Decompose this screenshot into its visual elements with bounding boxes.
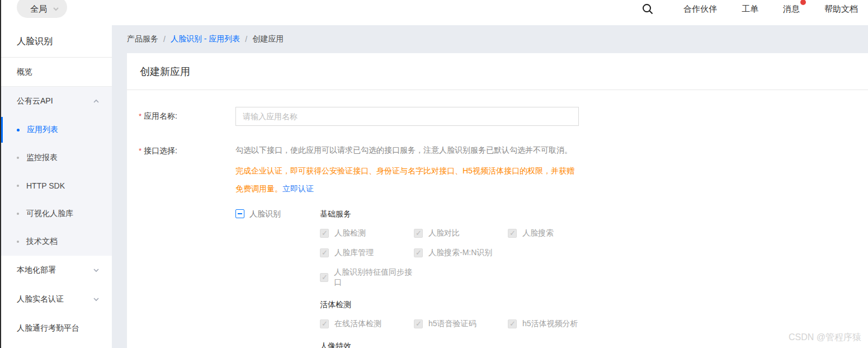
breadcrumb-item-0: 产品服务: [127, 34, 158, 44]
api-group-1: 活体检测在线活体检测h5语音验证码h5活体视频分析: [320, 300, 602, 329]
topbar-nav: 合作伙伴工单消息帮助文档: [641, 1, 858, 17]
api-select-content: 勾选以下接口，使此应用可以请求已勾选的接口服务，注意人脸识别服务已默认勾选并不可…: [235, 146, 602, 348]
face-recognition-checkbox[interactable]: [235, 209, 244, 218]
checked-disabled-checkbox[interactable]: [508, 229, 517, 238]
breadcrumb-separator: /: [163, 35, 166, 44]
checked-disabled-checkbox[interactable]: [320, 319, 329, 328]
api-checkbox-label: 人脸库管理: [334, 248, 374, 258]
api-checkbox-item-0-0-1: 人脸对比: [414, 228, 508, 238]
api-checkbox-label: 人脸检测: [334, 228, 366, 238]
api-checkbox-item-1-0-0: 在线活体检测: [320, 319, 414, 329]
api-checkbox-label: 在线活体检测: [334, 319, 381, 329]
certification-notice: 完成企业认证，即可获得公安验证接口、身份证与名字比对接口、H5视频活体接口的权限…: [235, 162, 602, 197]
chevron-down-icon: [93, 296, 100, 303]
bullet-icon: [17, 129, 20, 131]
parent-checkbox-row: 人脸识别: [235, 209, 320, 348]
window-left-edge: [0, 0, 1, 348]
checked-disabled-checkbox[interactable]: [414, 248, 423, 257]
sidebar-item-label: 人脸实名认证: [17, 294, 64, 304]
checkbox-row: 在线活体检测h5语音验证码h5活体视频分析: [320, 319, 602, 329]
app-name-row: *应用名称:: [127, 107, 868, 126]
region-selector[interactable]: 全局: [17, 0, 67, 18]
api-checkbox-item-0-1-1: 人脸搜索-M:N识别: [414, 248, 508, 258]
sidebar-menu: 概览公有云API应用列表监控报表HTTP SDK可视化人脸库技术文档本地化部署人…: [0, 58, 112, 343]
api-group-title: 人像特效: [320, 341, 602, 348]
api-group-0: 基础服务人脸检测人脸对比人脸搜索人脸库管理人脸搜索-M:N识别人脸识别特征值同步…: [320, 209, 602, 288]
sidebar-subitem-label: 技术文档: [26, 237, 58, 247]
region-selector-label: 全局: [30, 4, 47, 15]
notification-badge-dot: [800, 0, 806, 5]
sidebar-item-label: 概览: [17, 67, 32, 77]
content-pane: 产品服务/人脸识别 - 应用列表/创建应用 创建新应用 *应用名称: *接口选择…: [112, 25, 868, 348]
api-select-hint: 勾选以下接口，使此应用可以请求已勾选的接口服务，注意人脸识别服务已默认勾选并不可…: [235, 146, 602, 154]
checkbox-row: 人脸检测人脸对比人脸搜索: [320, 228, 602, 238]
sidebar-subitem-1-1[interactable]: 监控报表: [0, 144, 112, 172]
topbar-nav-item-2[interactable]: 消息: [783, 1, 800, 17]
required-asterisk: *: [139, 147, 141, 155]
api-checkbox-item-0-2-0: 人脸识别特征值同步接口: [320, 267, 414, 288]
topbar-nav-item-0[interactable]: 合作伙伴: [683, 1, 717, 17]
checked-disabled-checkbox[interactable]: [320, 273, 328, 282]
create-app-card: 创建新应用 *应用名称: *接口选择: 勾选以下接口，使此应用可以请求已勾选的接…: [127, 53, 868, 348]
api-checkbox-item-0-1-0: 人脸库管理: [320, 248, 414, 258]
sidebar-subitem-label: 可视化人脸库: [26, 209, 73, 219]
api-checkbox-item-0-0-0: 人脸检测: [320, 228, 414, 238]
api-select-row: *接口选择: 勾选以下接口，使此应用可以请求已勾选的接口服务，注意人脸识别服务已…: [127, 146, 868, 348]
checkbox-row: 人脸库管理人脸搜索-M:N识别: [320, 248, 602, 258]
create-app-form: *应用名称: *接口选择: 勾选以下接口，使此应用可以请求已勾选的接口服务，注意…: [127, 90, 868, 348]
required-asterisk: *: [139, 112, 141, 120]
sidebar-subitem-1-2[interactable]: HTTP SDK: [0, 172, 112, 200]
app-name-label: *应用名称:: [139, 111, 235, 121]
chevron-up-icon: [93, 98, 100, 105]
sidebar-subitem-1-4[interactable]: 技术文档: [0, 228, 112, 256]
checkbox-row: 人脸识别特征值同步接口: [320, 267, 602, 288]
checked-disabled-checkbox[interactable]: [320, 229, 329, 238]
checked-disabled-checkbox[interactable]: [414, 319, 423, 328]
parent-checkbox-label: 人脸识别: [249, 209, 281, 219]
checked-disabled-checkbox[interactable]: [508, 319, 517, 328]
sidebar-subitem-1-3[interactable]: 可视化人脸库: [0, 200, 112, 228]
chevron-down-icon: [53, 6, 59, 12]
sidebar-item-3[interactable]: 人脸实名认证: [0, 285, 112, 314]
sidebar-item-label: 本地化部署: [17, 265, 56, 275]
notice-line1: 完成企业认证，即可获得公安验证接口、身份证与名字比对接口、H5视频活体接口的权限…: [235, 166, 574, 175]
sidebar-item-2[interactable]: 本地化部署: [0, 256, 112, 285]
sidebar-subitem-label: 应用列表: [27, 125, 58, 135]
topbar-nav-item-3[interactable]: 帮助文档: [824, 1, 858, 17]
sidebar-item-4[interactable]: 人脸通行考勤平台: [0, 314, 112, 343]
checked-disabled-checkbox[interactable]: [320, 248, 329, 257]
search-icon[interactable]: [641, 2, 654, 16]
chevron-down-icon: [93, 267, 100, 274]
breadcrumb-item-1[interactable]: 人脸识别 - 应用列表: [171, 34, 240, 44]
breadcrumb-item-2: 创建应用: [252, 34, 284, 44]
sidebar-item-1[interactable]: 公有云API: [0, 87, 112, 116]
api-group-title: 活体检测: [320, 300, 602, 309]
sidebar-group-1: 公有云API应用列表监控报表HTTP SDK可视化人脸库技术文档: [0, 87, 112, 256]
api-select-label: *接口选择:: [139, 146, 235, 348]
api-checkbox-item-0-0-2: 人脸搜索: [508, 228, 602, 238]
checked-disabled-checkbox[interactable]: [414, 229, 423, 238]
certify-now-link[interactable]: 立即认证: [282, 184, 314, 193]
api-checkbox-label: 人脸识别特征值同步接口: [334, 267, 414, 288]
bullet-icon: [17, 213, 19, 215]
api-checkbox-label: 人脸对比: [428, 228, 460, 238]
api-group-title: 基础服务: [320, 209, 602, 219]
watermark: CSDN @管程序猿: [789, 332, 861, 344]
bullet-icon: [17, 157, 19, 159]
api-checkbox-item-1-0-2: h5活体视频分析: [508, 319, 602, 329]
sidebar-subitem-1-0[interactable]: 应用列表: [0, 116, 112, 144]
topbar: 全局 合作伙伴工单消息帮助文档: [0, 0, 868, 25]
sidebar-item-0[interactable]: 概览: [0, 58, 112, 87]
bullet-icon: [17, 241, 19, 243]
sidebar-item-label: 公有云API: [17, 96, 53, 106]
bullet-icon: [17, 185, 19, 187]
card-header: 创建新应用: [127, 53, 868, 90]
notice-line2: 免费调用量。: [235, 184, 282, 193]
topbar-nav-item-1[interactable]: 工单: [742, 1, 758, 17]
api-checkbox-tree: 人脸识别 基础服务人脸检测人脸对比人脸搜索人脸库管理人脸搜索-M:N识别人脸识别…: [235, 209, 602, 348]
sidebar-subitem-label: HTTP SDK: [26, 181, 65, 190]
app-name-input[interactable]: [235, 107, 579, 126]
api-checkbox-label: 人脸搜索: [522, 228, 554, 238]
page-title: 创建新应用: [140, 65, 190, 78]
api-group-2: 人像特效人脸融合人脸属性编辑: [320, 341, 602, 348]
